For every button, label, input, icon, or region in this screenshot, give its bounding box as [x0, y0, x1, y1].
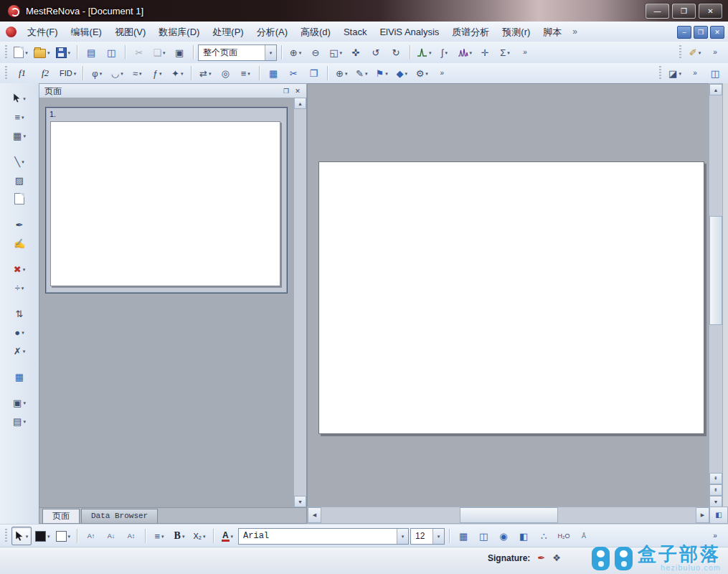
document-canvas[interactable] [307, 83, 710, 508]
align-spectra-button[interactable]: ≡▾ [236, 65, 255, 82]
f1-axis-button[interactable]: f1 [11, 65, 33, 82]
magnify-tool-button[interactable]: ⊕▾ [332, 65, 351, 82]
ellipse-tool-button[interactable]: ●▾ [4, 324, 35, 341]
menu-mass-analysis[interactable]: 质谱分析 [445, 22, 496, 42]
signature-verify-button[interactable]: ❖ [552, 552, 561, 563]
menu-analysis[interactable]: 分析(A) [250, 22, 294, 42]
insert-table-button[interactable]: ▦ [454, 527, 473, 545]
stacked-plot-button[interactable]: ◪▾ [666, 65, 684, 82]
pages-panel-scrollbar[interactable]: ▲ ▼ [293, 98, 306, 507]
pointer-tool-button[interactable]: ▾ [11, 527, 32, 545]
symmetrize-button[interactable]: ⇄▾ [196, 65, 214, 82]
toolbar2-overflow-button[interactable]: » [432, 65, 451, 82]
line-color-button[interactable]: ▾ [54, 527, 73, 545]
fit-text-button[interactable]: A↕ [122, 527, 141, 545]
grow-font-button[interactable]: A↑ [82, 527, 100, 545]
next-view-button[interactable]: ↻ [387, 44, 405, 61]
previous-view-button[interactable]: ↺ [367, 44, 385, 61]
select-tool-button[interactable]: ▾ [4, 90, 35, 107]
cut-button[interactable]: ✂ [130, 44, 148, 61]
gallery-button[interactable]: ▦▾ [4, 127, 35, 144]
font-color-button[interactable]: A▾ [218, 527, 237, 545]
flag-marker-button[interactable]: ⚑▾ [372, 65, 391, 82]
highlighter-button[interactable]: ✐▾ [686, 44, 704, 61]
fid-button[interactable]: FID▾ [57, 65, 78, 82]
page-zoom-combo[interactable]: 整个页面 ▾ [198, 44, 277, 61]
panel-scroll-up-button[interactable]: ▲ [294, 98, 306, 109]
bold-button[interactable]: B▾ [170, 527, 189, 545]
zoom-out-button[interactable]: ⊖ [306, 44, 325, 61]
page-break-button[interactable]: ❐ [304, 65, 323, 82]
peak-picking-button[interactable]: ▾ [415, 44, 434, 61]
menu-predict[interactable]: 预测(r) [496, 22, 536, 42]
page-thumbnail[interactable]: 1. [45, 107, 288, 293]
horizontal-scrollbar[interactable]: ◀ ▶ [307, 507, 710, 524]
tab-data-browser[interactable]: Data Browser [81, 509, 158, 523]
open-button[interactable]: ▾ [32, 44, 52, 61]
panel-close-button[interactable]: ✕ [292, 86, 303, 97]
font-family-combo[interactable]: Arial ▾ [238, 528, 409, 545]
document-restore-button[interactable]: ❐ [694, 26, 708, 39]
dock-panel-button[interactable]: ◫ [706, 65, 724, 82]
integration-button[interactable]: ∫▾ [435, 44, 454, 61]
structure-button[interactable]: ∴ [534, 527, 553, 545]
pen-annotation-button[interactable]: ✒ [4, 216, 35, 233]
print-preview-button[interactable]: ◫ [102, 44, 120, 61]
font-size-dropdown-button[interactable]: ▾ [432, 529, 444, 544]
paragraph-button[interactable]: ≡▾ [150, 527, 169, 545]
menu-elvis-analysis[interactable]: ElViS Analysis [373, 22, 445, 42]
previous-page-button[interactable]: ⇞ [709, 473, 722, 484]
vertical-scroll-track[interactable] [709, 95, 722, 471]
line-tool-button[interactable]: ╲▾ [4, 153, 35, 170]
layout-button[interactable]: ◧ [514, 527, 533, 545]
new-document-button[interactable]: ▾ [11, 44, 30, 61]
clipboard-tool-button[interactable]: ▤▾ [4, 413, 35, 430]
multiplet-analysis-button[interactable]: ▾ [455, 44, 475, 61]
toolbar-grip[interactable] [5, 45, 7, 60]
snapshot-button[interactable]: ◉ [494, 527, 513, 545]
align-objects-button[interactable]: ≡▾ [4, 108, 35, 126]
scroll-down-button[interactable]: ▼ [709, 496, 722, 507]
toolbar1-overflow-button[interactable]: » [516, 44, 534, 61]
image-tool-button[interactable]: ▣▾ [4, 394, 35, 411]
solvent-button[interactable]: H₂O [554, 527, 573, 545]
document-page[interactable] [318, 161, 704, 434]
close-button[interactable]: ✕ [699, 4, 722, 19]
menu-advanced[interactable]: 高级(d) [294, 22, 337, 42]
divide-tool-button[interactable]: ÷▾ [4, 279, 35, 296]
toolbar-grip[interactable] [5, 529, 7, 543]
fourier-transform-button[interactable]: ƒ▾ [148, 65, 166, 82]
menu-overflow-icon[interactable]: » [568, 27, 582, 37]
delete-tool-button[interactable]: ✖▾ [4, 260, 35, 278]
sum-button[interactable]: Σ▾ [496, 44, 514, 61]
scroll-right-button[interactable]: ▶ [696, 507, 709, 523]
auto-processing-button[interactable]: ✦▾ [168, 65, 186, 82]
panel-scroll-down-button[interactable]: ▼ [294, 496, 306, 507]
f2-axis-button[interactable]: f2 [34, 65, 56, 82]
settings-button[interactable]: ⚙▾ [412, 65, 431, 82]
shape-tool-button[interactable]: ◆▾ [392, 65, 411, 82]
page-zoom-dropdown-button[interactable]: ▾ [265, 45, 276, 60]
save-button[interactable]: ▾ [54, 44, 73, 61]
menu-script[interactable]: 脚本 [536, 22, 568, 42]
scroll-corner-button[interactable]: ◧ [709, 507, 728, 524]
pan-button[interactable]: ✜ [346, 44, 365, 61]
menu-processing[interactable]: 处理(P) [206, 22, 250, 42]
scroll-left-button[interactable]: ◀ [308, 507, 321, 523]
vertical-scroll-thumb[interactable] [709, 216, 722, 325]
phase-correction-button[interactable]: φ▾ [88, 65, 106, 82]
cross-marker-button[interactable]: ✗▾ [4, 342, 35, 359]
crosshair-button[interactable]: ✛ [476, 44, 494, 61]
toolbar-grip[interactable] [659, 66, 661, 80]
font-size-combo[interactable]: 12 ▾ [410, 528, 445, 545]
table-tool-button[interactable]: ▦ [4, 368, 35, 385]
grid-view-button[interactable]: ▦ [264, 65, 283, 82]
menu-view[interactable]: 视图(V) [108, 22, 152, 42]
toolbar2-right-overflow-button[interactable]: » [686, 65, 704, 82]
minimize-button[interactable]: — [646, 4, 669, 19]
horizontal-scroll-thumb[interactable] [460, 507, 558, 523]
shrink-font-button[interactable]: A↓ [102, 527, 120, 545]
signature-annotation-button[interactable]: ✍ [4, 235, 35, 252]
copy-button[interactable]: ❏▾ [150, 44, 169, 61]
format-toolbar-overflow-button[interactable]: » [706, 527, 724, 545]
